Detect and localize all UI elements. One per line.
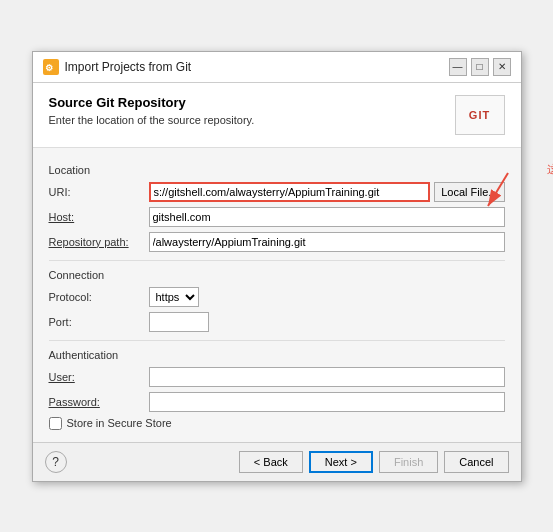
next-button[interactable]: Next > (309, 451, 373, 473)
annotation-text: 这个 .git 是要自己添加的 (547, 162, 553, 177)
footer-left: ? (45, 451, 67, 473)
local-file-button[interactable]: Local File... (434, 182, 504, 202)
repo-path-row: Repository path: (49, 232, 505, 252)
protocol-row: Protocol: https http ssh (49, 287, 505, 307)
footer-buttons: < Back Next > Finish Cancel (239, 451, 509, 473)
finish-button[interactable]: Finish (379, 451, 438, 473)
uri-row-container: URI: Local File... 这个 .git 是要自己添加的 (49, 182, 505, 202)
content-area: Location URI: Local File... (33, 148, 521, 442)
port-input[interactable] (149, 312, 209, 332)
header-subtitle: Enter the location of the source reposit… (49, 114, 255, 126)
uri-input[interactable] (149, 182, 431, 202)
user-row: User: (49, 367, 505, 387)
repo-path-label: Repository path: (49, 236, 149, 248)
divider-2 (49, 340, 505, 341)
help-button[interactable]: ? (45, 451, 67, 473)
window-icon: ⚙ (43, 59, 59, 75)
host-row: Host: (49, 207, 505, 227)
host-label: Host: (49, 211, 149, 223)
port-row: Port: (49, 312, 505, 332)
minimize-button[interactable]: — (449, 58, 467, 76)
header-title: Source Git Repository (49, 95, 255, 110)
cancel-button[interactable]: Cancel (444, 451, 508, 473)
content-inner: Location URI: Local File... (49, 164, 505, 430)
protocol-label: Protocol: (49, 291, 149, 303)
maximize-button[interactable]: □ (471, 58, 489, 76)
window-title: Import Projects from Git (65, 60, 192, 74)
title-bar-left: ⚙ Import Projects from Git (43, 59, 192, 75)
authentication-section-label: Authentication (49, 349, 505, 361)
user-label: User: (49, 371, 149, 383)
footer: ? < Back Next > Finish Cancel (33, 442, 521, 481)
password-input[interactable] (149, 392, 505, 412)
title-bar: ⚙ Import Projects from Git — □ ✕ (33, 52, 521, 83)
password-row: Password: (49, 392, 505, 412)
svg-text:⚙: ⚙ (45, 63, 53, 73)
header-text: Source Git Repository Enter the location… (49, 95, 255, 126)
password-label: Password: (49, 396, 149, 408)
divider-1 (49, 260, 505, 261)
store-row: Store in Secure Store (49, 417, 505, 430)
main-window: ⚙ Import Projects from Git — □ ✕ Source … (32, 51, 522, 482)
header-section: Source Git Repository Enter the location… (33, 83, 521, 148)
protocol-select[interactable]: https http ssh (149, 287, 199, 307)
uri-row: URI: Local File... (49, 182, 505, 202)
title-controls: — □ ✕ (449, 58, 511, 76)
close-button[interactable]: ✕ (493, 58, 511, 76)
port-label: Port: (49, 316, 149, 328)
user-input[interactable] (149, 367, 505, 387)
host-input[interactable] (149, 207, 505, 227)
uri-label: URI: (49, 186, 149, 198)
store-checkbox[interactable] (49, 417, 62, 430)
location-section-label: Location (49, 164, 505, 176)
store-label: Store in Secure Store (67, 417, 172, 429)
back-button[interactable]: < Back (239, 451, 303, 473)
repo-path-input[interactable] (149, 232, 505, 252)
git-logo: GIT (455, 95, 505, 135)
connection-section-label: Connection (49, 269, 505, 281)
